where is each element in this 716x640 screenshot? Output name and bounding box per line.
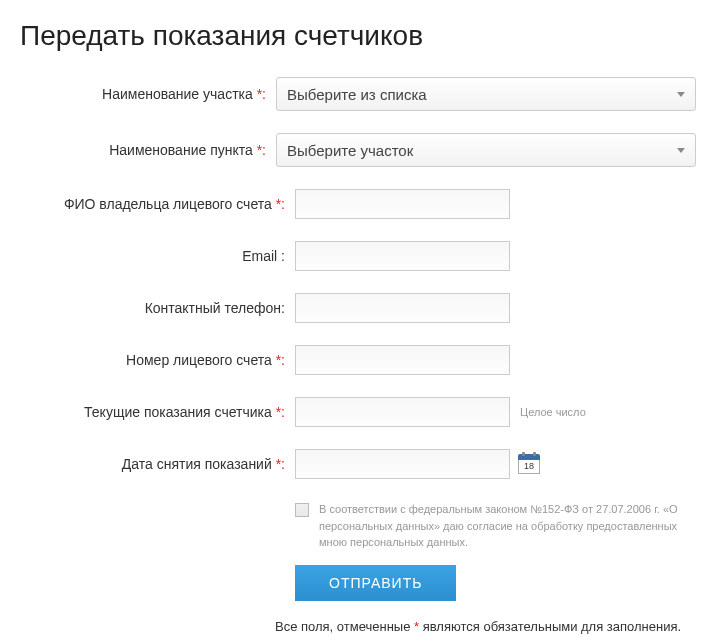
- phone-input[interactable]: [295, 293, 510, 323]
- label-email-text: Email :: [242, 248, 285, 264]
- calendar-icon[interactable]: 18: [518, 454, 540, 474]
- required-mark: *:: [257, 86, 266, 102]
- chevron-down-icon: [677, 92, 685, 97]
- row-point: Наименование пункта *: Выберите участок: [20, 133, 696, 167]
- label-reading-date: Дата снятия показаний *:: [20, 456, 295, 472]
- row-reading: Текущие показания счетчика *: Целое числ…: [20, 397, 696, 427]
- row-footnote: Все поля, отмеченные * являются обязател…: [20, 619, 696, 634]
- row-consent: В соответствии с федеральным законом №15…: [20, 501, 696, 551]
- label-point-text: Наименование пункта: [109, 142, 253, 158]
- label-email: Email :: [20, 248, 295, 264]
- account-input[interactable]: [295, 345, 510, 375]
- reading-date-input[interactable]: [295, 449, 510, 479]
- footnote: Все поля, отмеченные * являются обязател…: [275, 619, 681, 634]
- chevron-down-icon: [677, 148, 685, 153]
- calendar-day: 18: [518, 460, 540, 474]
- label-district-text: Наименование участка: [102, 86, 253, 102]
- required-mark: *:: [276, 196, 285, 212]
- label-phone-text: Контактный телефон:: [145, 300, 285, 316]
- row-submit: ОТПРАВИТЬ: [20, 565, 696, 601]
- label-phone: Контактный телефон:: [20, 300, 295, 316]
- label-reading: Текущие показания счетчика *:: [20, 404, 295, 420]
- point-select[interactable]: Выберите участок: [276, 133, 696, 167]
- page-title: Передать показания счетчиков: [20, 20, 696, 52]
- label-district: Наименование участка *:: [20, 86, 276, 102]
- required-mark: *:: [276, 352, 285, 368]
- label-account: Номер лицевого счета *:: [20, 352, 295, 368]
- email-input[interactable]: [295, 241, 510, 271]
- reading-hint: Целое число: [520, 406, 586, 418]
- label-account-text: Номер лицевого счета: [126, 352, 272, 368]
- label-reading-text: Текущие показания счетчика: [84, 404, 272, 420]
- required-mark: *:: [276, 404, 285, 420]
- footnote-after: являются обязательными для заполнения.: [419, 619, 681, 634]
- label-reading-date-text: Дата снятия показаний: [122, 456, 272, 472]
- label-owner: ФИО владельца лицевого счета *:: [20, 196, 295, 212]
- row-email: Email :: [20, 241, 696, 271]
- footnote-before: Все поля, отмеченные: [275, 619, 414, 634]
- row-owner: ФИО владельца лицевого счета *:: [20, 189, 696, 219]
- owner-input[interactable]: [295, 189, 510, 219]
- submit-button[interactable]: ОТПРАВИТЬ: [295, 565, 456, 601]
- required-mark: *:: [276, 456, 285, 472]
- label-owner-text: ФИО владельца лицевого счета: [64, 196, 272, 212]
- consent-text: В соответствии с федеральным законом №15…: [319, 501, 696, 551]
- district-select[interactable]: Выберите из списка: [276, 77, 696, 111]
- row-reading-date: Дата снятия показаний *: 18: [20, 449, 696, 479]
- consent-checkbox[interactable]: [295, 503, 309, 517]
- row-account: Номер лицевого счета *:: [20, 345, 696, 375]
- district-select-value: Выберите из списка: [287, 86, 427, 103]
- reading-input[interactable]: [295, 397, 510, 427]
- label-point: Наименование пункта *:: [20, 142, 276, 158]
- required-mark: *:: [257, 142, 266, 158]
- row-district: Наименование участка *: Выберите из спис…: [20, 77, 696, 111]
- point-select-value: Выберите участок: [287, 142, 413, 159]
- row-phone: Контактный телефон:: [20, 293, 696, 323]
